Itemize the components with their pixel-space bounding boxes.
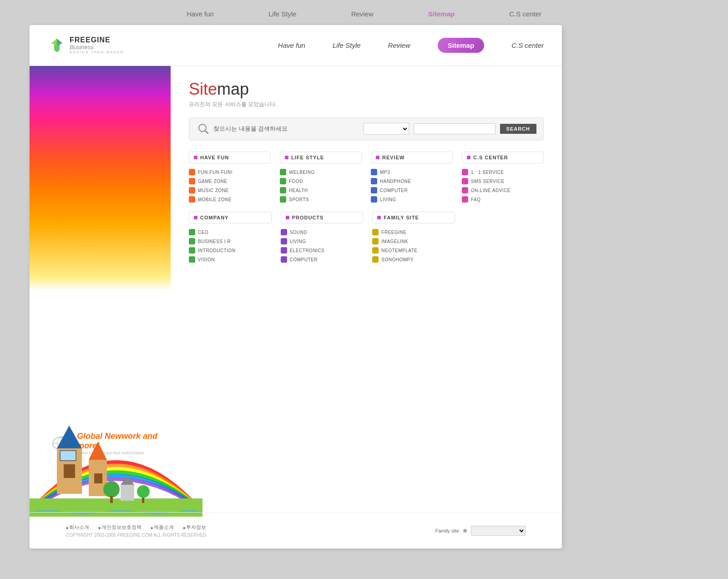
svg-rect-10	[64, 464, 75, 478]
nav-cs-center[interactable]: C.S center	[511, 41, 544, 49]
item-icon	[371, 187, 377, 193]
item-icon	[372, 256, 379, 263]
section-header-company: COMPANY	[189, 212, 272, 223]
page-title: Sitemap	[189, 80, 544, 99]
list-item[interactable]: MP3	[371, 169, 453, 175]
item-icon	[462, 169, 468, 175]
list-item[interactable]: SONOHOMPY	[372, 256, 455, 263]
castle-svg	[30, 380, 202, 517]
list-item[interactable]: MUSIC ZONE	[189, 187, 271, 193]
search-button[interactable]: SEARCH	[500, 124, 536, 134]
family-site-dot	[463, 528, 467, 533]
svg-point-19	[137, 485, 150, 498]
nav-review[interactable]: Review	[388, 41, 410, 49]
item-icon	[462, 196, 468, 203]
section-title-cs-center: C.S CENTER	[473, 155, 508, 160]
list-item[interactable]: 1 : 1 SERVICE	[462, 169, 544, 175]
logo-business-text: Business	[70, 44, 124, 51]
left-gradient-panel	[30, 66, 171, 330]
search-bar: 찾으시는 내용을 검색하세요 SEARCH	[189, 117, 544, 140]
search-icon	[196, 122, 209, 135]
list-item[interactable]: FUN FUN FUN!	[189, 169, 271, 175]
section-title-family-site: FAMILY SITE	[384, 215, 419, 220]
section-dot-life-style	[285, 156, 288, 159]
list-item[interactable]: CEO	[189, 229, 272, 235]
section-items-have-fun: FUN FUN FUN! GAME ZONE MUSIC ZONE MOBILE…	[189, 169, 271, 203]
list-item[interactable]: VISION	[189, 256, 272, 263]
footer-link-company[interactable]: 회사소개	[66, 524, 89, 531]
section-dot-have-fun	[194, 156, 197, 159]
list-item[interactable]: ELECTRONICS	[281, 247, 364, 254]
footer-link-products[interactable]: 제품소개	[151, 524, 174, 531]
list-item[interactable]: FOOD	[280, 178, 362, 184]
topnav-sitemap[interactable]: Sitemap	[428, 10, 455, 18]
list-item[interactable]: IMAGELINK	[372, 238, 455, 244]
item-icon	[189, 256, 195, 263]
section-items-cs-center: 1 : 1 SERVICE SMS SERVICE ON-LINE ADVICE…	[462, 169, 544, 203]
footer-family-label: Family site	[435, 528, 459, 533]
topnav-review[interactable]: Review	[351, 10, 374, 18]
logo-text-area: FREEGINE Business DESIGN TREN MAKER	[70, 36, 124, 55]
section-header-family-site: FAMILY SITE	[372, 212, 455, 223]
item-icon	[372, 238, 379, 244]
list-item[interactable]: MOBILE ZONE	[189, 196, 271, 203]
list-item[interactable]: COMPUTER	[371, 187, 453, 193]
section-items-life-style: WELBEING FOOD HEALTH SPORTS	[280, 169, 362, 203]
section-cs-center: C.S CENTER 1 : 1 SERVICE SMS SERVICE ON-…	[462, 152, 544, 203]
footer-family-select[interactable]	[471, 526, 526, 536]
list-item[interactable]: GAME ZONE	[189, 178, 271, 184]
list-item[interactable]: ON-LINE ADVICE	[462, 187, 544, 193]
search-input[interactable]	[414, 123, 495, 134]
footer-family-area: Family site	[435, 526, 526, 536]
item-icon	[280, 196, 286, 203]
list-item[interactable]: SPORTS	[280, 196, 362, 203]
section-life-style: LIFE STYLE WELBEING FOOD HEALTH SPORTS	[280, 152, 362, 203]
section-review: REVIEW MP3 HANDPHONE COMPUTER LIVING	[371, 152, 453, 203]
nav-sitemap[interactable]: Sitemap	[438, 38, 484, 53]
section-items-products: SOUND LIVING ELECTRONICS COMPUTER	[281, 229, 364, 263]
section-title-life-style: LIFE STYLE	[291, 155, 324, 160]
item-icon	[280, 187, 286, 193]
nav-life-style[interactable]: Life Style	[333, 41, 361, 49]
item-icon	[462, 187, 468, 193]
section-products: PRODUCTS SOUND LIVING ELECTRONICS COMPUT…	[281, 212, 364, 263]
footer-links: 회사소개 개인정보보호정책 제품소개 투자정보	[66, 524, 207, 531]
list-item[interactable]: BUSINESS I.R	[189, 238, 272, 244]
list-item[interactable]: SMS SERVICE	[462, 178, 544, 184]
list-item[interactable]: FAQ	[462, 196, 544, 203]
topnav-life-style[interactable]: Life Style	[268, 10, 297, 18]
item-icon	[281, 238, 287, 244]
list-item[interactable]: WELBEING	[280, 169, 362, 175]
svg-line-1	[205, 131, 208, 133]
section-title-company: COMPANY	[200, 215, 228, 220]
list-item[interactable]: SOUND	[281, 229, 364, 235]
list-item[interactable]: HANDPHONE	[371, 178, 453, 184]
section-company: COMPANY CEO BUSINESS I.R INTRODUCTION VI…	[189, 212, 272, 263]
list-item[interactable]: LIVING	[371, 196, 453, 203]
item-icon	[371, 178, 377, 184]
section-title-products: PRODUCTS	[292, 215, 324, 220]
list-item[interactable]: LIVING	[281, 238, 364, 244]
svg-rect-14	[94, 473, 102, 483]
section-header-products: PRODUCTS	[281, 212, 364, 223]
title-map: map	[217, 80, 249, 98]
list-item[interactable]: FREEGINE	[372, 229, 455, 235]
item-icon	[462, 178, 468, 184]
logo-tagline-text: DESIGN TREN MAKER	[70, 51, 124, 55]
footer-copyright: COPYRIGHT 2002-2005 FREEGINE.COM ALL RIG…	[66, 533, 207, 538]
section-dot-review	[376, 156, 379, 159]
topnav-have-fun[interactable]: Have fun	[187, 10, 214, 18]
svg-marker-13	[89, 442, 107, 460]
list-item[interactable]: HEALTH	[280, 187, 362, 193]
item-icon	[189, 178, 195, 184]
footer-link-invest[interactable]: 투자정보	[183, 524, 206, 531]
list-item[interactable]: COMPUTER	[281, 256, 364, 263]
search-select[interactable]	[364, 123, 409, 135]
footer-link-privacy[interactable]: 개인정보보호정책	[98, 524, 142, 531]
nav-have-fun[interactable]: Have fun	[278, 41, 305, 49]
section-dot-cs-center	[467, 156, 470, 159]
list-item[interactable]: INTRODUCTION	[189, 247, 272, 254]
list-item[interactable]: NEOTEMPLATE	[372, 247, 455, 254]
topnav-cs-center[interactable]: C.S center	[509, 10, 541, 18]
svg-rect-18	[110, 496, 113, 503]
